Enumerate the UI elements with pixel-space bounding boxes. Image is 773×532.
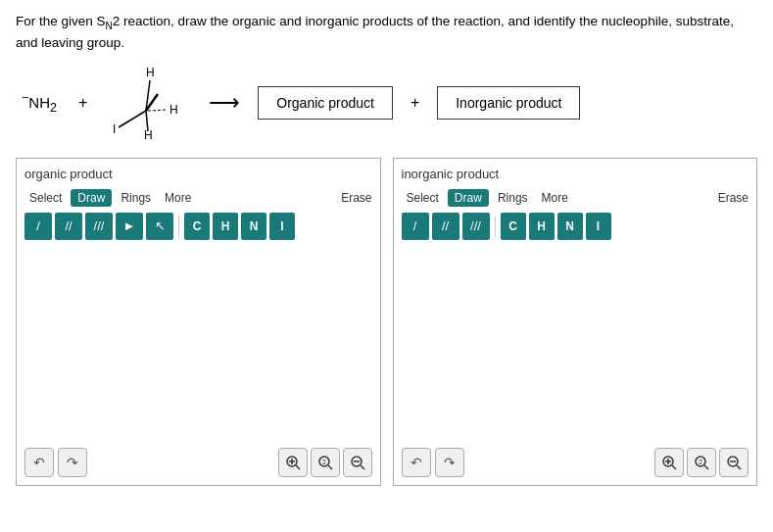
organic-zoom-out-btn[interactable] — [343, 448, 372, 477]
organic-panel: organic product Select Draw Rings More E… — [16, 158, 381, 486]
organic-zoom-controls: 2 — [278, 448, 372, 477]
organic-atom-i-btn[interactable]: I — [269, 213, 295, 240]
svg-line-25 — [704, 465, 708, 469]
svg-text:2: 2 — [322, 459, 326, 465]
organic-draw-btn[interactable]: Draw — [71, 189, 112, 207]
organic-bottom-controls: ↶ ↷ 2 — [24, 448, 372, 477]
inorganic-double-bond-btn[interactable]: // — [432, 213, 459, 240]
organic-atom-n-btn[interactable]: N — [241, 213, 266, 240]
organic-draw-area[interactable] — [24, 244, 372, 440]
tool-separator-1 — [178, 216, 179, 237]
svg-line-18 — [361, 465, 364, 469]
inorganic-zoom-reset-btn[interactable]: 2 — [687, 448, 716, 477]
inorganic-tool-separator — [495, 216, 496, 237]
inorganic-undo-btn[interactable]: ↶ — [402, 448, 431, 477]
organic-zoom-in-btn[interactable] — [278, 448, 308, 477]
reaction-display: −NH2 + I H H H ⟶ Organic product — [16, 67, 757, 140]
inorganic-toolbar: Select Draw Rings More Erase — [402, 189, 749, 207]
inorganic-draw-area[interactable] — [402, 244, 749, 440]
inorganic-bottom-controls: ↶ ↷ 2 — [402, 448, 749, 477]
svg-line-12 — [296, 465, 300, 469]
organic-undo-redo: ↶ ↷ — [24, 448, 87, 477]
organic-panel-title: organic product — [24, 167, 372, 181]
inorganic-more-btn[interactable]: More — [537, 189, 573, 207]
inorganic-select-btn[interactable]: Select — [402, 189, 444, 207]
inorganic-atom-h-btn[interactable]: H — [529, 213, 555, 240]
inorganic-panel-title: inorganic product — [402, 167, 749, 181]
svg-text:H: H — [146, 67, 155, 79]
svg-line-22 — [672, 465, 676, 469]
question-text: For the given SN2 reaction, draw the org… — [16, 12, 757, 53]
inorganic-undo-redo: ↶ ↷ — [402, 448, 464, 477]
organic-atom-h-btn[interactable]: H — [213, 213, 238, 240]
inorganic-atom-n-btn[interactable]: N — [557, 213, 583, 240]
inorganic-draw-btn[interactable]: Draw — [448, 189, 489, 207]
organic-product-box: Organic product — [258, 86, 393, 120]
organic-erase-btn[interactable]: Erase — [341, 191, 371, 205]
svg-text:H: H — [169, 103, 178, 117]
inorganic-zoom-in-btn[interactable] — [654, 448, 684, 477]
inorganic-atom-c-btn[interactable]: C — [501, 213, 526, 240]
svg-line-15 — [328, 465, 332, 469]
inorganic-panel: inorganic product Select Draw Rings More… — [393, 158, 758, 486]
plus-sign-2: + — [411, 94, 419, 112]
organic-undo-btn[interactable]: ↶ — [24, 448, 54, 477]
inorganic-atom-i-btn[interactable]: I — [586, 213, 611, 240]
organic-rings-btn[interactable]: Rings — [116, 189, 156, 207]
inorganic-product-box: Inorganic product — [437, 86, 580, 120]
inorganic-triple-bond-btn[interactable]: /// — [462, 213, 490, 240]
organic-more-btn[interactable]: More — [160, 189, 196, 207]
svg-text:2: 2 — [699, 459, 702, 465]
inorganic-zoom-out-btn[interactable] — [719, 448, 749, 477]
inorganic-single-bond-btn[interactable]: / — [402, 213, 429, 240]
organic-double-bond-btn[interactable]: // — [55, 213, 82, 240]
svg-line-1 — [119, 111, 146, 127]
inorganic-zoom-controls: 2 — [654, 448, 749, 477]
organic-draw-tools: / // /// ► ↖ C H N I — [24, 213, 372, 240]
organic-zoom-reset-btn[interactable]: 2 — [311, 448, 340, 477]
svg-line-28 — [737, 465, 741, 469]
organic-arrow-tool-btn[interactable]: ► — [116, 213, 143, 240]
organic-single-bond-btn[interactable]: / — [24, 213, 52, 240]
organic-wedge-tool-btn[interactable]: ↖ — [146, 213, 173, 240]
panels-row: organic product Select Draw Rings More E… — [16, 158, 757, 486]
svg-line-5 — [148, 110, 168, 111]
organic-select-btn[interactable]: Select — [24, 189, 67, 207]
inorganic-draw-tools: / // /// C H N I — [402, 213, 749, 240]
plus-sign-1: + — [78, 94, 87, 112]
substrate-molecule: I H H H — [109, 67, 187, 140]
organic-redo-btn[interactable]: ↷ — [58, 448, 87, 477]
reaction-arrow: ⟶ — [209, 90, 240, 116]
organic-triple-bond-btn[interactable]: /// — [85, 213, 113, 240]
inorganic-redo-btn[interactable]: ↷ — [435, 448, 464, 477]
svg-text:I: I — [113, 122, 116, 136]
inorganic-erase-btn[interactable]: Erase — [718, 191, 749, 205]
nucleophile-label: −NH2 — [22, 91, 61, 115]
inorganic-rings-btn[interactable]: Rings — [493, 189, 533, 207]
organic-toolbar: Select Draw Rings More Erase — [24, 189, 372, 207]
organic-atom-c-btn[interactable]: C — [184, 213, 210, 240]
